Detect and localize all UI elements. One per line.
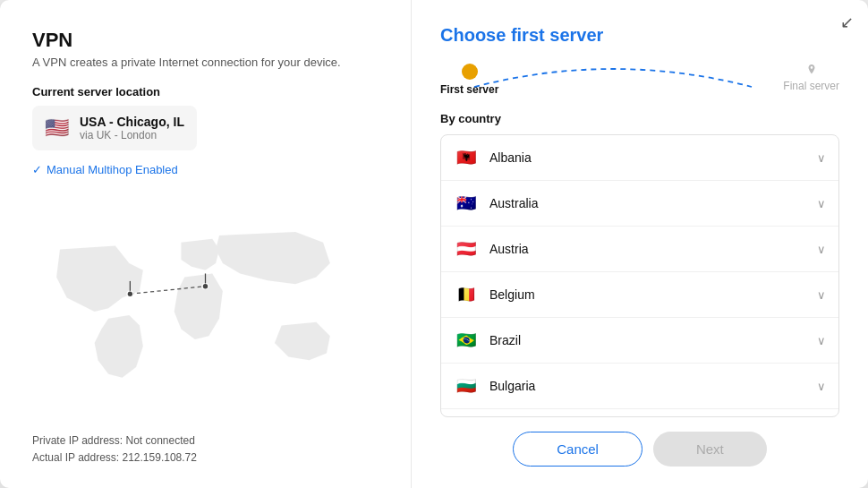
country-item[interactable]: 🇧🇪Belgium∨ bbox=[441, 272, 838, 318]
stepper-row: First server Final server bbox=[440, 64, 839, 96]
country-name: Albania bbox=[489, 150, 806, 165]
multihop-label: Manual Multihop Enabled bbox=[47, 163, 178, 176]
server-flag: 🇺🇸 bbox=[45, 118, 69, 138]
ip-info: Private IP address: Not connected Actual… bbox=[32, 432, 379, 467]
step-final: Final server bbox=[783, 64, 839, 92]
chevron-down-icon: ∨ bbox=[817, 380, 826, 393]
main-window: ↙ VPN A VPN creates a private Internet c… bbox=[0, 0, 868, 488]
step-dot-final bbox=[805, 64, 818, 76]
map-area bbox=[32, 185, 379, 425]
right-panel: Choose first server First server Final s… bbox=[412, 0, 868, 488]
choose-title: Choose first server bbox=[440, 25, 839, 46]
country-list: 🇦🇱Albania∨🇦🇺Australia∨🇦🇹Austria∨🇧🇪Belgiu… bbox=[440, 134, 839, 417]
chevron-down-icon: ∨ bbox=[817, 197, 826, 210]
country-item[interactable]: 🇦🇺Australia∨ bbox=[441, 181, 838, 227]
bottom-row: Cancel Next bbox=[440, 432, 839, 467]
country-name: Belgium bbox=[489, 287, 806, 302]
private-ip: Private IP address: Not connected bbox=[32, 432, 379, 449]
country-name: Austria bbox=[489, 242, 806, 256]
country-flag: 🇦🇺 bbox=[454, 191, 479, 216]
country-item[interactable]: 🇧🇬Bulgaria∨ bbox=[441, 364, 838, 409]
chevron-down-icon: ∨ bbox=[817, 243, 826, 256]
country-name: Bulgaria bbox=[489, 379, 806, 393]
next-button: Next bbox=[653, 432, 767, 467]
choose-prefix: Choose bbox=[440, 25, 511, 45]
chevron-down-icon: ∨ bbox=[817, 288, 826, 302]
server-via: via UK - London bbox=[80, 129, 184, 141]
country-flag: 🇧🇬 bbox=[454, 373, 479, 398]
country-name: Australia bbox=[489, 196, 806, 210]
step-arc bbox=[465, 60, 761, 92]
server-location-box[interactable]: 🇺🇸 USA - Chicago, IL via UK - London bbox=[32, 106, 197, 150]
choose-highlight: first bbox=[511, 25, 545, 45]
checkmark-icon: ✓ bbox=[32, 163, 42, 176]
country-name: Brazil bbox=[489, 333, 806, 347]
step-label-final: Final server bbox=[783, 80, 839, 92]
world-map bbox=[32, 208, 379, 402]
left-panel: VPN A VPN creates a private Internet con… bbox=[0, 0, 412, 488]
actual-ip: Actual IP address: 212.159.108.72 bbox=[32, 449, 379, 467]
step-label-first: First server bbox=[440, 83, 498, 96]
country-item[interactable]: 🇦🇹Austria∨ bbox=[441, 227, 838, 272]
step-dot-first bbox=[462, 64, 478, 80]
step-first: First server bbox=[440, 64, 498, 96]
country-flag: 🇧🇪 bbox=[454, 282, 479, 307]
country-item[interactable]: 🇨🇦Canada∨ bbox=[441, 409, 838, 417]
chevron-down-icon: ∨ bbox=[817, 151, 826, 165]
country-flag: 🇦🇹 bbox=[454, 236, 479, 261]
vpn-subtitle: A VPN creates a private Internet connect… bbox=[32, 56, 379, 69]
cancel-button[interactable]: Cancel bbox=[513, 432, 642, 467]
choose-suffix: server bbox=[545, 25, 604, 45]
country-flag: 🇧🇷 bbox=[454, 328, 479, 353]
multihop-badge[interactable]: ✓ Manual Multihop Enabled bbox=[32, 163, 379, 176]
country-item[interactable]: 🇧🇷Brazil∨ bbox=[441, 318, 838, 364]
server-info: USA - Chicago, IL via UK - London bbox=[80, 115, 184, 141]
by-country-label: By country bbox=[440, 112, 839, 125]
country-flag: 🇦🇱 bbox=[454, 145, 479, 170]
vpn-title: VPN bbox=[32, 29, 379, 52]
current-location-label: Current server location bbox=[32, 85, 379, 98]
collapse-icon[interactable]: ↙ bbox=[840, 13, 854, 32]
server-name: USA - Chicago, IL bbox=[80, 115, 184, 129]
country-item[interactable]: 🇦🇱Albania∨ bbox=[441, 135, 838, 181]
chevron-down-icon: ∨ bbox=[817, 334, 826, 347]
